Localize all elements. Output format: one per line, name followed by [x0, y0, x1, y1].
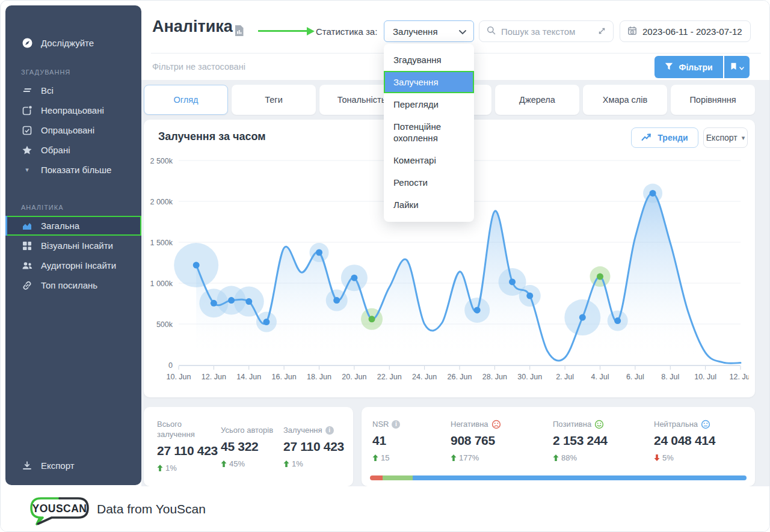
info-icon[interactable]: i [392, 420, 400, 429]
metric-delta: 88% [561, 453, 577, 462]
dropdown-item-3[interactable]: Потенційне охоплення [384, 115, 474, 149]
sentiment-segment-negative [370, 475, 383, 480]
svg-text:0: 0 [168, 361, 173, 370]
trends-button[interactable]: Тренди [631, 127, 698, 148]
tab-sources[interactable]: Джерела [495, 85, 579, 115]
chevron-down-icon: ▾ [21, 164, 33, 176]
bookmark-icon [730, 62, 737, 73]
filters-button[interactable]: Фільтри [654, 56, 723, 78]
saved-filters-button[interactable] [724, 56, 750, 78]
footer: YOUSCAN Data from YouScan [1, 486, 769, 532]
sidebar-item-label: Всі [41, 85, 54, 96]
sentiment-segment-neutral [413, 475, 747, 480]
trends-button-label: Тренди [658, 133, 688, 142]
sidebar-item-audience-insights[interactable]: Аудиторні Інсайти [5, 255, 141, 275]
svg-text:4. Jul: 4. Jul [591, 373, 609, 381]
compass-icon [21, 37, 33, 49]
metric-value: 27 110 423 [283, 439, 344, 454]
svg-text:2 000k: 2 000k [150, 198, 173, 206]
tab-word-cloud[interactable]: Хмара слів [583, 85, 667, 115]
metric-delta: 5% [662, 453, 674, 462]
sidebar-item-unprocessed[interactable]: Неопрацьовані [5, 100, 141, 120]
dropdown-item-1[interactable]: Залучення [384, 71, 474, 93]
chart-title: Залучення за часом [158, 130, 265, 143]
svg-text:6. Jul: 6. Jul [626, 373, 644, 381]
dropdown-item-6[interactable]: Лайки [384, 194, 474, 216]
filters-status-text: Фільтри не застосовані [152, 62, 245, 72]
metric-label: Нейтральна [654, 419, 698, 429]
metric-label: NSR [372, 419, 389, 429]
trend-line-icon [641, 133, 651, 143]
sidebar-item-label: Обрані [41, 145, 70, 155]
tab-label: Теги [265, 95, 283, 105]
report-document-icon[interactable] [234, 25, 244, 39]
download-icon [21, 460, 33, 472]
metric-label: Всього залучення [157, 419, 209, 439]
expand-icon[interactable] [598, 26, 606, 37]
sidebar-item-processed[interactable]: Опрацьовані [5, 120, 141, 140]
svg-text:12. Jun: 12. Jun [202, 373, 226, 381]
search-input[interactable]: Пошук за текстом [479, 20, 614, 42]
stats-by-select[interactable]: Залучення [384, 20, 474, 42]
svg-text:2. Jul: 2. Jul [556, 373, 574, 381]
chart-export-button[interactable]: Експорт ▾ [703, 127, 748, 148]
metric-label: Усього авторів [221, 425, 273, 435]
metric-value: 24 048 414 [654, 433, 715, 448]
search-placeholder: Пошук за текстом [501, 26, 593, 37]
tab-label: Тональність [337, 95, 386, 105]
svg-text:30. Jun: 30. Jun [517, 373, 542, 381]
dropdown-item-0[interactable]: Згадування [384, 49, 474, 71]
dropdown-item-5[interactable]: Репости [384, 171, 474, 194]
date-range-picker[interactable]: 2023-06-11 - 2023-07-12 [620, 20, 751, 42]
tab-label: Огляд [173, 95, 198, 105]
svg-text:500k: 500k [156, 320, 173, 329]
sidebar-item-show-more[interactable]: ▾ Показати більше [5, 160, 141, 180]
sidebar-item-all[interactable]: Всі [5, 81, 141, 100]
svg-text:24. Jun: 24. Jun [412, 373, 437, 381]
info-icon[interactable]: i [325, 426, 334, 435]
sidebar-item-general[interactable]: Загальна [5, 216, 141, 236]
sidebar-item-visual-insights[interactable]: Візуальні Інсайти [5, 236, 141, 255]
arrow-up-icon [553, 454, 559, 461]
select-value: Залучення [393, 26, 459, 37]
chevron-down-icon [459, 26, 466, 37]
sidebar-item-label: Топ посилань [41, 280, 97, 290]
sentiment-bar [370, 475, 747, 480]
tab-label: Джерела [519, 95, 555, 105]
negative-face-icon [491, 420, 501, 429]
sidebar-item-label: Візуальні Інсайти [41, 240, 113, 251]
positive-face-icon [594, 420, 604, 429]
tab-comparison[interactable]: Порівняння [671, 85, 755, 115]
dropdown-item-4[interactable]: Коментарі [384, 149, 474, 171]
stats-by-label: Статистика за: [316, 26, 377, 37]
sidebar-item-explore[interactable]: Досліджуйте [5, 33, 141, 53]
metric-delta: 1% [292, 459, 303, 468]
svg-text:28. Jun: 28. Jun [482, 373, 507, 381]
sidebar-section-mentions: ЗГАДУВАННЯ [21, 69, 141, 76]
stats-by-dropdown-menu: ЗгадуванняЗалученняПереглядиПотенційне о… [384, 44, 474, 222]
chevron-down-icon [739, 62, 744, 73]
arrow-up-icon [372, 454, 378, 461]
tab-label: Хмара слів [603, 95, 648, 105]
link-icon [21, 280, 33, 292]
dropdown-item-2[interactable]: Перегляди [384, 93, 474, 115]
date-range-value: 2023-06-11 - 2023-07-12 [642, 26, 742, 37]
svg-text:20. Jun: 20. Jun [342, 373, 366, 381]
unprocessed-icon [21, 105, 33, 117]
arrow-up-icon [157, 465, 163, 471]
sidebar-item-top-links[interactable]: Топ посилань [5, 275, 141, 295]
funnel-icon [665, 63, 673, 72]
sidebar-item-label: Опрацьовані [41, 125, 94, 135]
sidebar-item-favorites[interactable]: Обрані [5, 140, 141, 160]
metric-value: 45 322 [221, 439, 273, 454]
sidebar-item-label: Показати більше [41, 165, 111, 175]
tab-overview[interactable]: Огляд [144, 85, 228, 115]
sentiment-segment-positive [383, 475, 412, 480]
metric-label: Позитивна [553, 419, 591, 429]
stream-lines-icon [21, 85, 33, 97]
tab-tags[interactable]: Теги [232, 85, 316, 115]
checked-box-icon [21, 124, 33, 136]
metric-delta: 177% [459, 453, 479, 462]
sidebar-item-export[interactable]: Експорт [5, 456, 141, 475]
metric-delta: 1% [165, 463, 177, 472]
